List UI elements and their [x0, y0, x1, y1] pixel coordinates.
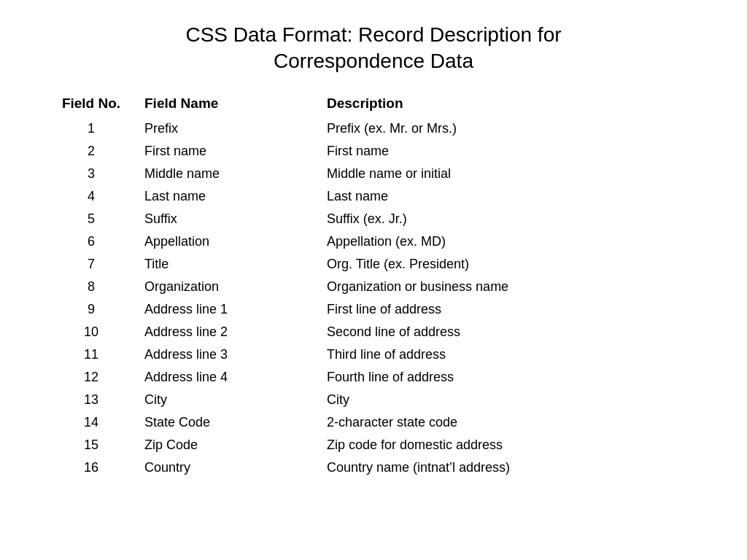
table-row: 5SuffixSuffix (ex. Jr.) — [44, 208, 703, 230]
table-row: 12Address line 4Fourth line of address — [44, 366, 703, 389]
table-row: 7TitleOrg. Title (ex. President) — [44, 253, 703, 276]
table-row: 15Zip CodeZip code for domestic address — [44, 434, 703, 456]
cell-field-name: First name — [139, 140, 321, 163]
cell-field-name: Organization — [139, 276, 321, 298]
cell-field-no: 3 — [44, 163, 139, 185]
cell-description: Org. Title (ex. President) — [321, 253, 703, 276]
table-row: 11Address line 3Third line of address — [44, 343, 703, 366]
cell-description: Prefix (ex. Mr. or Mrs.) — [321, 117, 703, 140]
cell-field-no: 2 — [44, 140, 139, 163]
cell-field-name: Title — [139, 253, 321, 276]
cell-description: 2-character state code — [321, 411, 703, 434]
cell-field-no: 5 — [44, 208, 139, 230]
cell-field-no: 12 — [44, 366, 139, 389]
cell-field-no: 11 — [44, 343, 139, 366]
cell-field-no: 15 — [44, 434, 139, 456]
cell-field-no: 1 — [44, 117, 139, 140]
table-row: 16CountryCountry name (intnat’l address) — [44, 456, 703, 479]
table-row: 3Middle nameMiddle name or initial — [44, 163, 703, 185]
cell-description: Fourth line of address — [321, 366, 703, 389]
table-row: 8OrganizationOrganization or business na… — [44, 276, 703, 298]
cell-field-no: 7 — [44, 253, 139, 276]
cell-description: Last name — [321, 185, 703, 208]
cell-field-name: Last name — [139, 185, 321, 208]
table-row: 1PrefixPrefix (ex. Mr. or Mrs.) — [44, 117, 703, 140]
cell-description: Country name (intnat’l address) — [321, 456, 703, 479]
cell-field-name: Middle name — [139, 163, 321, 185]
col-header-field-no: Field No. — [44, 93, 139, 117]
cell-field-name: City — [139, 389, 321, 411]
cell-description: Third line of address — [321, 343, 703, 366]
cell-field-no: 6 — [44, 230, 139, 253]
records-table: Field No. Field Name Description 1Prefix… — [44, 93, 703, 479]
cell-description: Second line of address — [321, 321, 703, 343]
cell-field-name: Zip Code — [139, 434, 321, 456]
cell-description: City — [321, 389, 703, 411]
col-header-description: Description — [321, 93, 703, 117]
cell-description: Middle name or initial — [321, 163, 703, 185]
cell-description: Zip code for domestic address — [321, 434, 703, 456]
cell-field-name: Address line 3 — [139, 343, 321, 366]
cell-description: Suffix (ex. Jr.) — [321, 208, 703, 230]
table-row: 9Address line 1First line of address — [44, 298, 703, 321]
cell-field-name: Suffix — [139, 208, 321, 230]
cell-field-no: 8 — [44, 276, 139, 298]
table-row: 10Address line 2Second line of address — [44, 321, 703, 343]
cell-description: First name — [321, 140, 703, 163]
table-row: 14State Code2-character state code — [44, 411, 703, 434]
cell-field-no: 16 — [44, 456, 139, 479]
cell-description: Appellation (ex. MD) — [321, 230, 703, 253]
cell-field-name: Address line 2 — [139, 321, 321, 343]
cell-description: First line of address — [321, 298, 703, 321]
cell-field-no: 14 — [44, 411, 139, 434]
table-row: 4Last nameLast name — [44, 185, 703, 208]
cell-field-name: Appellation — [139, 230, 321, 253]
cell-field-name: Address line 1 — [139, 298, 321, 321]
cell-field-no: 9 — [44, 298, 139, 321]
cell-field-no: 4 — [44, 185, 139, 208]
cell-field-name: Address line 4 — [139, 366, 321, 389]
page-title: CSS Data Format: Record Description for … — [44, 22, 703, 75]
col-header-field-name: Field Name — [139, 93, 321, 117]
cell-field-name: State Code — [139, 411, 321, 434]
table-row: 13CityCity — [44, 389, 703, 411]
table-row: 6AppellationAppellation (ex. MD) — [44, 230, 703, 253]
cell-description: Organization or business name — [321, 276, 703, 298]
table-row: 2First nameFirst name — [44, 140, 703, 163]
cell-field-no: 10 — [44, 321, 139, 343]
cell-field-name: Country — [139, 456, 321, 479]
cell-field-no: 13 — [44, 389, 139, 411]
cell-field-name: Prefix — [139, 117, 321, 140]
